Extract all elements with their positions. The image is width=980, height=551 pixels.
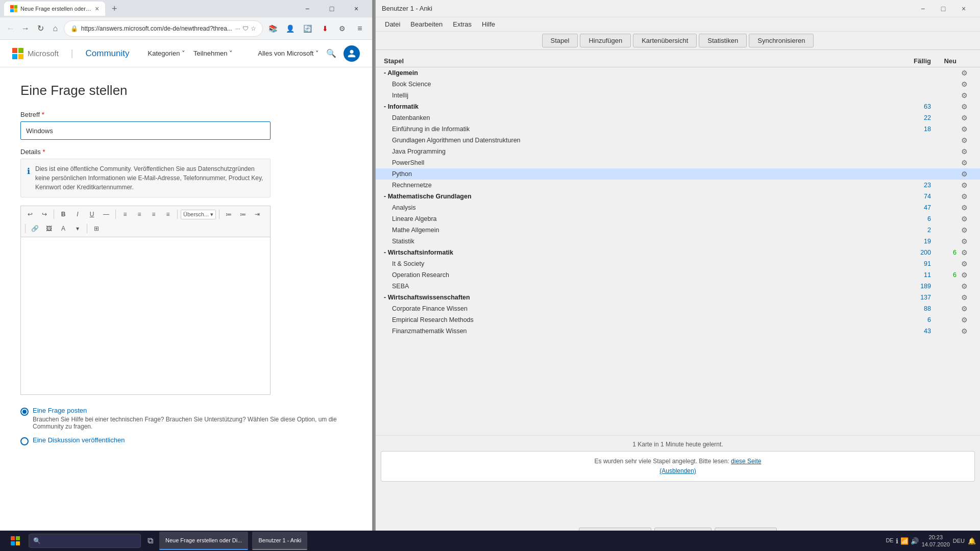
deck-gear-icon[interactable]: ⚙ [957, 237, 972, 245]
align-center-button[interactable]: ≡ [133, 208, 145, 220]
toolbar-statistiken[interactable]: Statistiken [699, 34, 747, 47]
collections-icon[interactable]: 📚 [265, 20, 281, 37]
deck-gear-icon[interactable]: ⚙ [957, 80, 972, 88]
tray-icon-3[interactable]: 🔊 [911, 537, 919, 545]
all-microsoft-menu[interactable]: Alles von Microsoft ˅ [258, 49, 319, 57]
deck-gear-icon[interactable]: ⚙ [957, 159, 972, 167]
deck-row[interactable]: Analysis47⚙ [376, 202, 980, 213]
deck-row[interactable]: Rechnernetze23⚙ [376, 180, 980, 191]
details-textarea[interactable] [20, 237, 271, 395]
deck-gear-icon[interactable]: ⚙ [957, 226, 972, 234]
deck-gear-icon[interactable]: ⚙ [957, 282, 972, 290]
deck-gear-icon[interactable]: ⚙ [957, 181, 972, 189]
favorite-icon[interactable]: 🛡 [242, 25, 249, 32]
deck-gear-icon[interactable]: ⚙ [957, 316, 972, 324]
deck-row[interactable]: Book Science⚙ [376, 79, 980, 90]
new-tab-button[interactable]: + [107, 2, 121, 16]
user-avatar[interactable] [344, 45, 360, 62]
deck-row[interactable]: Lineare Algebra6⚙ [376, 213, 980, 224]
deck-row[interactable]: Finanzmathematik Wissen43⚙ [376, 325, 980, 337]
font-color-button[interactable]: A [57, 222, 69, 235]
deck-row[interactable]: Einführung in die Informatik18⚙ [376, 123, 980, 135]
toolbar-hinzufuegen[interactable]: Hinzufügen [580, 34, 631, 47]
hide-warning-link[interactable]: (Ausblenden) [659, 467, 696, 474]
tab-close-button[interactable]: × [95, 5, 99, 13]
browser-tab[interactable]: Neue Frage erstellen oder Di... × [4, 2, 105, 16]
bullet-list-button[interactable]: ≔ [223, 208, 235, 220]
menu-extras[interactable]: Extras [448, 18, 477, 30]
heading-dropdown[interactable]: Übersch... ▾ [181, 210, 216, 219]
maximize-button[interactable]: □ [320, 0, 344, 17]
deck-gear-icon[interactable]: ⚙ [957, 69, 972, 77]
deck-row[interactable]: Operation Research116⚙ [376, 269, 980, 281]
radio-diskussion[interactable] [20, 437, 29, 445]
deck-gear-icon[interactable]: ⚙ [957, 136, 972, 144]
deck-gear-icon[interactable]: ⚙ [957, 192, 972, 201]
taskbar-anki-app[interactable]: Benutzer 1 - Anki [252, 532, 307, 550]
menu-icon[interactable]: ≡ [352, 20, 368, 37]
home-button[interactable]: ⌂ [49, 20, 62, 37]
justify-button[interactable]: ≡ [162, 208, 174, 220]
redo-button[interactable]: ↪ [38, 208, 51, 220]
menu-datei[interactable]: Datei [380, 18, 405, 30]
start-button[interactable] [4, 531, 27, 551]
anki-maximize-button[interactable]: □ [933, 1, 953, 16]
deck-row[interactable]: It & Society91⚙ [376, 258, 980, 269]
nav-teilnehmen[interactable]: Teilnehmen ˅ [193, 49, 233, 57]
star-icon[interactable]: ☆ [251, 25, 256, 32]
deck-gear-icon[interactable]: ⚙ [957, 260, 972, 268]
deck-row[interactable]: - Allgemein⚙ [376, 67, 980, 79]
table-button[interactable]: ⊞ [90, 222, 103, 235]
italic-button[interactable]: I [71, 208, 84, 220]
sync-icon[interactable]: 🔄 [300, 20, 316, 37]
deck-row[interactable]: Python⚙ [376, 168, 980, 180]
taskbar-browser-app[interactable]: Neue Frage erstellen oder Di... [159, 532, 248, 550]
deck-row[interactable]: Datenbanken22⚙ [376, 112, 980, 123]
deck-row[interactable]: Corporate Finance Wissen88⚙ [376, 303, 980, 314]
deck-gear-icon[interactable]: ⚙ [957, 147, 972, 156]
deck-row[interactable]: PowerShell⚙ [376, 157, 980, 168]
taskbar-search[interactable]: 🔍 [29, 534, 141, 548]
numbered-list-button[interactable]: ≔ [237, 208, 249, 220]
deck-row[interactable]: SEBA189⚙ [376, 281, 980, 292]
deck-gear-icon[interactable]: ⚙ [957, 204, 972, 212]
search-icon-button[interactable]: 🔍 [323, 45, 339, 62]
deck-row[interactable]: - Wirtschaftswissenschaften137⚙ [376, 292, 980, 303]
menu-hilfe[interactable]: Hilfe [477, 18, 500, 30]
settings-icon[interactable]: ⚙ [334, 20, 351, 37]
deck-gear-icon[interactable]: ⚙ [957, 114, 972, 122]
radio-frage[interactable] [20, 408, 29, 416]
deck-row[interactable]: Java Programming⚙ [376, 146, 980, 157]
deck-gear-icon[interactable]: ⚙ [957, 125, 972, 133]
task-view-button[interactable]: ⧉ [143, 534, 157, 548]
deck-row[interactable]: - Wirtschaftsinformatik2006⚙ [376, 247, 980, 258]
download-icon[interactable]: ⬇ [317, 20, 333, 37]
toolbar-synchronisieren[interactable]: Synchronisieren [749, 34, 814, 47]
deck-row[interactable]: Mathe Allgemein2⚙ [376, 224, 980, 236]
deck-gear-icon[interactable]: ⚙ [957, 103, 972, 111]
anki-close-button[interactable]: × [953, 1, 974, 16]
notification-icon[interactable]: 🔔 [968, 537, 976, 545]
deck-gear-icon[interactable]: ⚙ [957, 170, 972, 178]
deck-row[interactable]: - Informatik63⚙ [376, 101, 980, 112]
back-button[interactable]: ← [4, 20, 17, 37]
forward-button[interactable]: → [19, 20, 32, 37]
profile-icon[interactable]: 👤 [282, 20, 299, 37]
align-right-button[interactable]: ≡ [148, 208, 160, 220]
refresh-button[interactable]: ↻ [34, 20, 46, 37]
undo-button[interactable]: ↩ [24, 208, 36, 220]
anki-minimize-button[interactable]: − [913, 1, 933, 16]
subject-input[interactable] [20, 121, 271, 140]
deck-gear-icon[interactable]: ⚙ [957, 293, 972, 302]
deck-gear-icon[interactable]: ⚙ [957, 215, 972, 223]
underline-button[interactable]: U [86, 208, 98, 220]
link-button[interactable]: 🔗 [29, 222, 41, 235]
toolbar-stapel[interactable]: Stapel [542, 34, 578, 47]
option-diskussion-title[interactable]: Eine Diskussion veröffentlichen [33, 436, 125, 444]
tray-icon-1[interactable]: ℹ [896, 537, 898, 545]
strikethrough-button[interactable]: — [100, 208, 112, 220]
deck-row[interactable]: - Mathematische Grundlagen74⚙ [376, 191, 980, 202]
font-color-dropdown[interactable]: ▾ [71, 222, 84, 235]
deck-gear-icon[interactable]: ⚙ [957, 271, 972, 279]
clock[interactable]: 20:23 14.07.2020 [922, 534, 950, 548]
